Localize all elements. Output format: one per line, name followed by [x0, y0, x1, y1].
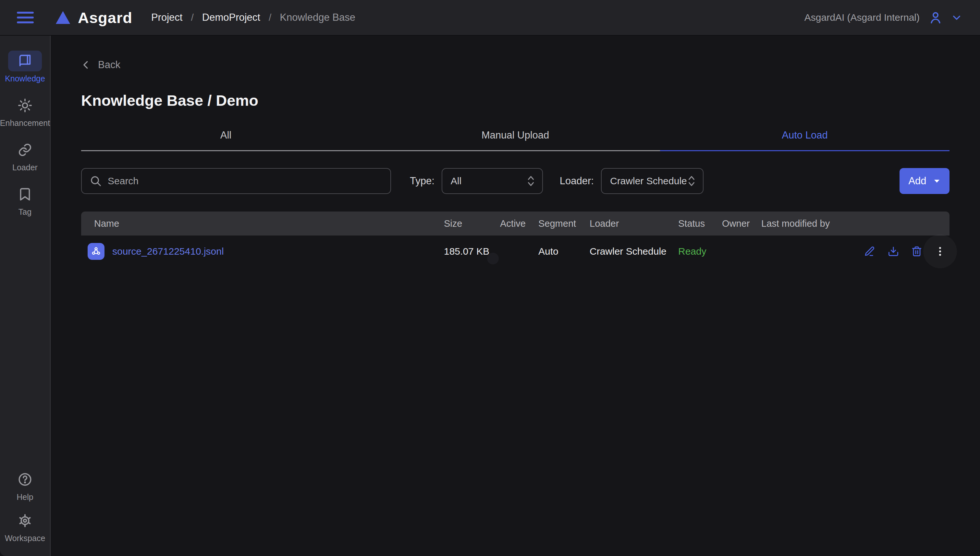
column-header-status: Status	[678, 218, 722, 229]
breadcrumb-separator: /	[269, 12, 271, 23]
download-icon	[888, 246, 899, 257]
type-select-value: All	[451, 176, 461, 186]
column-header-owner: Owner	[722, 218, 761, 229]
breadcrumb-project[interactable]: Project	[151, 12, 183, 23]
type-filter-label: Type:	[410, 175, 435, 187]
type-select[interactable]: All	[441, 168, 543, 194]
download-button[interactable]	[887, 245, 899, 257]
sidebar: Knowledge Enhancement Loader Tag	[0, 36, 51, 556]
back-label: Back	[98, 59, 120, 71]
source-file-link[interactable]: source_2671225410.jsonl	[112, 246, 224, 257]
caret-down-icon	[933, 177, 941, 185]
help-circle-icon	[18, 472, 32, 487]
sidebar-item-help[interactable]: Help	[0, 469, 50, 502]
pencil-icon	[864, 246, 876, 257]
column-header-last-modified-by: Last modified by	[761, 218, 859, 229]
chevron-down-icon	[951, 12, 962, 23]
brand-logo: Asgard	[54, 8, 133, 27]
sidebar-footer: Help Workspace	[0, 469, 50, 543]
gear-icon	[18, 513, 32, 528]
add-button-label: Add	[908, 175, 926, 187]
main-content: Back Knowledge Base / Demo All Manual Up…	[51, 36, 980, 556]
breadcrumb: Project / DemoProject / Knowledge Base	[151, 12, 355, 23]
column-header-name: Name	[81, 218, 444, 229]
sidebar-item-workspace[interactable]: Workspace	[0, 510, 50, 543]
breadcrumb-knowledge-base: Knowledge Base	[280, 12, 355, 23]
chevron-left-icon	[81, 59, 91, 70]
loader-select-value: Crawler Schedule	[610, 176, 687, 186]
trash-icon	[911, 246, 923, 257]
column-header-active: Active	[500, 218, 539, 229]
filter-toolbar: Type: All Loader: Crawler Schedule Add	[81, 168, 949, 194]
add-button[interactable]: Add	[899, 168, 949, 194]
select-chevrons-icon	[687, 175, 696, 187]
tab-bar: All Manual Upload Auto Load	[81, 129, 949, 151]
page-title: Knowledge Base / Demo	[81, 92, 949, 109]
more-options-button[interactable]	[934, 245, 946, 257]
loader-filter-label: Loader:	[560, 175, 594, 187]
column-header-segment: Segment	[539, 218, 590, 229]
bookmark-icon	[18, 187, 32, 202]
sidebar-item-tag[interactable]: Tag	[0, 184, 50, 217]
sun-icon	[18, 98, 32, 113]
account-menu[interactable]: AsgardAI (Asgard Internal)	[804, 10, 962, 25]
book-icon	[18, 53, 32, 68]
delete-button[interactable]	[910, 245, 923, 257]
table-row: source_2671225410.jsonl 185.07 KB Auto C…	[81, 236, 949, 267]
sidebar-item-loader[interactable]: Loader	[0, 139, 50, 172]
account-name: AsgardAI (Asgard Internal)	[804, 12, 920, 23]
sidebar-item-label: Workspace	[5, 533, 45, 543]
sidebar-item-label: Tag	[18, 207, 31, 217]
tab-auto-load[interactable]: Auto Load	[660, 129, 949, 151]
status-badge: Ready	[678, 246, 722, 257]
tab-all[interactable]: All	[81, 129, 370, 151]
edit-button[interactable]	[864, 245, 876, 257]
sidebar-item-label: Help	[16, 493, 33, 502]
sidebar-item-label: Knowledge	[5, 74, 45, 83]
top-navbar: Asgard Project / DemoProject / Knowledge…	[0, 0, 980, 36]
app-window: Asgard Project / DemoProject / Knowledge…	[0, 0, 980, 556]
triangle-logo-icon	[54, 8, 72, 27]
tab-manual-upload[interactable]: Manual Upload	[370, 129, 660, 151]
search-input[interactable]	[108, 176, 383, 186]
back-button[interactable]: Back	[81, 59, 120, 71]
table-header-row: Name Size Active Segment Loader Status O…	[81, 212, 949, 236]
kebab-menu-icon	[934, 246, 946, 257]
search-box	[81, 168, 391, 194]
breadcrumb-demoproject[interactable]: DemoProject	[202, 12, 260, 23]
row-actions	[859, 245, 949, 257]
sidebar-item-label: Loader	[12, 163, 38, 172]
sidebar-item-knowledge[interactable]: Knowledge	[0, 51, 50, 83]
user-icon	[928, 10, 943, 25]
select-chevrons-icon	[527, 175, 535, 187]
column-header-size: Size	[444, 218, 500, 229]
hamburger-menu-icon[interactable]	[17, 12, 34, 23]
column-header-loader: Loader	[590, 218, 678, 229]
sidebar-item-label: Enhancement	[0, 118, 50, 128]
cell-loader: Crawler Schedule	[590, 246, 678, 257]
file-type-badge	[87, 243, 105, 260]
cell-segment: Auto	[539, 246, 590, 257]
loader-select[interactable]: Crawler Schedule	[601, 168, 703, 194]
jsonl-file-icon	[91, 246, 102, 257]
link-icon	[18, 142, 32, 157]
sources-table: Name Size Active Segment Loader Status O…	[81, 212, 949, 267]
brand-name: Asgard	[78, 9, 133, 27]
search-icon	[90, 175, 102, 187]
sidebar-item-enhancement[interactable]: Enhancement	[0, 95, 50, 128]
breadcrumb-separator: /	[191, 12, 193, 23]
